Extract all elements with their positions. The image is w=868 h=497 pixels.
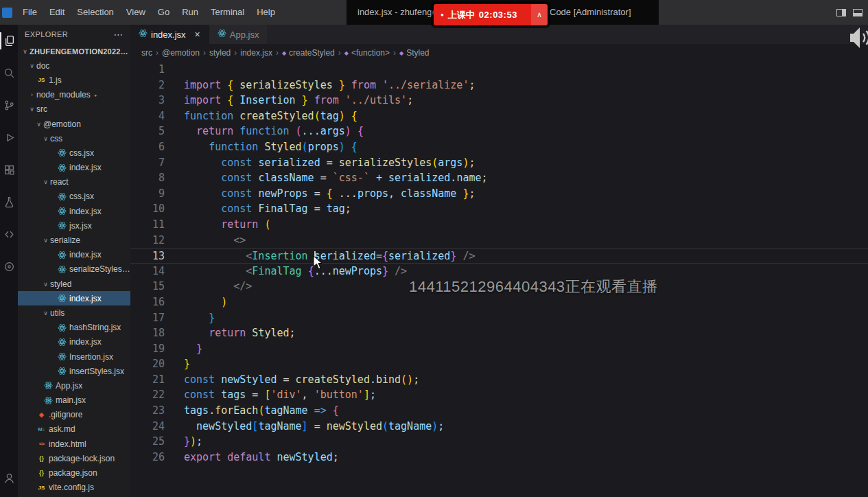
files-icon[interactable] <box>0 25 18 57</box>
tab-App.jsx[interactable]: App.jsx <box>209 25 268 44</box>
code-line-14[interactable]: 14 <FinalTag {...newProps} /> <box>130 264 868 279</box>
more-actions-icon[interactable]: ⋯ <box>114 29 124 40</box>
code-line-18[interactable]: 18 return Styled; <box>130 325 868 341</box>
code-line-2[interactable]: 2import { serializeStyles } from '../ser… <box>130 78 868 93</box>
code-line-17[interactable]: 17 } <box>130 310 868 326</box>
code-line-15[interactable]: 15 </> <box>130 279 868 294</box>
menu-run[interactable]: Run <box>176 0 204 25</box>
run-debug-icon[interactable] <box>0 122 18 154</box>
code-line-21[interactable]: 21const newStyled = createStyled.bind(); <box>130 372 868 388</box>
tree-folder-css[interactable]: ∨css <box>18 131 130 146</box>
code-line-24[interactable]: 24 newStyled[tagName] = newStyled(tagNam… <box>130 419 868 435</box>
line-number: 15 <box>130 279 165 294</box>
code-line-19[interactable]: 19 } <box>130 341 868 357</box>
account-icon[interactable] <box>0 462 18 494</box>
code-line-5[interactable]: 5 return function (...args) { <box>130 124 868 139</box>
tree-item-label: ZHUFENGEMOTION20220... <box>30 47 130 56</box>
tree-file-package-lock.json[interactable]: {}package-lock.json <box>18 451 130 465</box>
tree-file-index.jsx[interactable]: index.jsx <box>18 335 130 349</box>
code-line-22[interactable]: 22const tags = ['div', 'button']; <box>130 387 868 403</box>
react-file-icon <box>57 338 67 347</box>
tree-item-label: 1.js <box>49 76 62 85</box>
tree-file-index.jsx[interactable]: index.jsx <box>18 161 130 175</box>
tree-file-insertStyles.jsx[interactable]: insertStyles.jsx <box>18 364 130 378</box>
menu-file[interactable]: File <box>16 0 43 25</box>
remote-icon[interactable] <box>0 218 18 251</box>
code-line-1[interactable]: 1 <box>130 62 868 78</box>
badge-collapse-icon[interactable]: ∧ <box>531 4 548 25</box>
tree-file-App.jsx[interactable]: App.jsx <box>18 378 130 393</box>
search-icon[interactable] <box>0 57 18 89</box>
tree-file-1.js[interactable]: JS1.js <box>18 73 130 87</box>
tree-file-index.jsx[interactable]: index.jsx <box>18 291 130 305</box>
code-editor[interactable]: 12import { serializeStyles } from '../se… <box>130 62 868 497</box>
tree-file-Insertion.jsx[interactable]: Insertion.jsx <box>18 349 130 364</box>
react-file-icon <box>57 163 67 172</box>
tree-folder-ZHUFENGEMOTION20220...[interactable]: ∨ZHUFENGEMOTION20220... <box>18 44 130 58</box>
close-tab-icon[interactable]: × <box>195 29 200 40</box>
code-token: serializeStyles <box>339 157 432 169</box>
breadcrumb-@emotion[interactable]: @emotion <box>162 48 200 58</box>
breadcrumb-styled[interactable]: styled <box>209 48 231 58</box>
tree-folder-utils[interactable]: ∨utils <box>18 305 130 320</box>
code-line-23[interactable]: 23tags.forEach(tagName => { <box>130 403 868 419</box>
tree-folder-styled[interactable]: ∨styled <box>18 277 130 291</box>
tree-folder-@emotion[interactable]: ∨@emotion <box>18 117 130 131</box>
tree-folder-serialize[interactable]: ∨serialize <box>18 233 130 247</box>
testing-icon[interactable] <box>0 186 18 218</box>
tree-file-main.jsx[interactable]: main.jsx <box>18 393 130 408</box>
tree-folder-src[interactable]: ∨src <box>18 102 130 117</box>
tree-file-css.jsx[interactable]: css.jsx <box>18 189 130 204</box>
tree-file-index.jsx[interactable]: index.jsx <box>18 204 130 218</box>
menu-help[interactable]: Help <box>250 0 281 25</box>
code-line-26[interactable]: 26export default newStyled; <box>130 450 868 465</box>
layout-customize-icon[interactable] <box>853 9 863 16</box>
menu-edit[interactable]: Edit <box>43 0 71 25</box>
tree-file-vite.config.js[interactable]: JSvite.config.js <box>18 481 130 495</box>
code-line-4[interactable]: 4function createStyled(tag) { <box>130 108 868 124</box>
tree-folder-react[interactable]: ∨react <box>18 175 130 189</box>
code-line-13[interactable]: 13 <Insertion serialized={serialized} /> <box>130 248 868 264</box>
tree-file-ask.md[interactable]: M↓ask.md <box>18 422 130 437</box>
layout-panel-icon[interactable] <box>836 9 846 16</box>
menu-view[interactable]: View <box>120 0 152 25</box>
tree-file-package.json[interactable]: {}package.json <box>18 465 130 480</box>
code-line-16[interactable]: 16 ) <box>130 294 868 310</box>
tree-file-jsx.jsx[interactable]: jsx.jsx <box>18 218 130 233</box>
menu-selection[interactable]: Selection <box>71 0 119 25</box>
tree-folder-node_modules[interactable]: ›node_modules● <box>18 88 130 102</box>
code-line-10[interactable]: 10 const FinalTag = tag; <box>130 201 868 217</box>
code-line-12[interactable]: 12 <> <box>130 233 868 248</box>
code-token: ; <box>290 327 296 339</box>
breadcrumb-<function>[interactable]: ◆<function> <box>344 48 390 58</box>
tree-file-.gitignore[interactable]: ◆.gitignore <box>18 408 130 422</box>
menu-go[interactable]: Go <box>152 0 176 25</box>
breadcrumb-src[interactable]: src <box>141 48 152 58</box>
source-control-icon[interactable] <box>0 89 18 122</box>
breadcrumb-createStyled[interactable]: ◆createStyled <box>282 48 335 58</box>
code-line-20[interactable]: 20} <box>130 356 868 372</box>
references-icon[interactable] <box>0 251 18 283</box>
menu-terminal[interactable]: Terminal <box>204 0 250 25</box>
tab-index.jsx[interactable]: index.jsx× <box>130 25 209 44</box>
tree-file-css.jsx[interactable]: css.jsx <box>18 146 130 160</box>
code-line-7[interactable]: 7 const serialized = serializeStyles(arg… <box>130 155 868 171</box>
extensions-icon[interactable] <box>0 154 18 186</box>
code-line-6[interactable]: 6 function Styled(props) { <box>130 139 868 155</box>
speaker-overlay-icon[interactable] <box>848 25 868 51</box>
code-line-8[interactable]: 8 const className = `css-` + serialized.… <box>130 170 868 186</box>
tree-file-serializeStyles.jsx[interactable]: serializeStyles.jsx <box>18 262 130 277</box>
class-timer-badge[interactable]: ● 上课中 02:03:53 ∧ <box>434 4 548 25</box>
code-line-9[interactable]: 9 const newProps = { ...props, className… <box>130 186 868 202</box>
code-token <box>345 141 351 153</box>
tree-file-index.html[interactable]: <>index.html <box>18 437 130 451</box>
tree-file-index.jsx[interactable]: index.jsx <box>18 248 130 262</box>
tree-folder-doc[interactable]: ∨doc <box>18 58 130 73</box>
tree-item-label: package.json <box>49 468 97 478</box>
code-line-25[interactable]: 25}); <box>130 434 868 450</box>
tree-file-hashString.jsx[interactable]: hashString.jsx <box>18 321 130 335</box>
breadcrumb-index.jsx[interactable]: index.jsx <box>240 48 272 58</box>
code-line-3[interactable]: 3import { Insertion } from '../utils'; <box>130 93 868 108</box>
code-line-11[interactable]: 11 return ( <box>130 217 868 233</box>
breadcrumb-Styled[interactable]: ◆Styled <box>399 48 430 58</box>
